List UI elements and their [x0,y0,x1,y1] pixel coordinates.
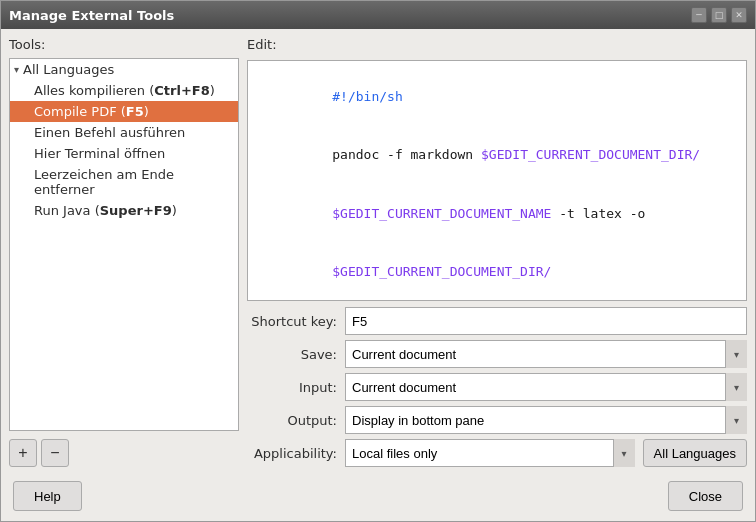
code-line-1: #!/bin/sh [254,67,740,126]
tools-list[interactable]: ▾ All Languages Alles kompilieren (Ctrl+… [9,58,239,431]
form-section: Shortcut key: Save: Current document Not… [247,307,747,467]
code-editor[interactable]: #!/bin/sh pandoc -f markdown $GEDIT_CURR… [247,60,747,301]
code-var3: $GEDIT_CURRENT_DOCUMENT_DIR/ [332,264,551,279]
all-languages-button[interactable]: All Languages [643,439,747,467]
output-select[interactable]: Display in bottom pane Nothing New docum… [345,406,747,434]
applicability-select[interactable]: Local files only All files Remote files … [345,439,635,467]
maximize-icon: □ [715,10,724,20]
minimize-icon: ─ [696,10,701,20]
code-line-4: $GEDIT_CURRENT_DOCUMENT_DIR/ [254,243,740,302]
code-var1: $GEDIT_CURRENT_DOCUMENT_DIR/ [481,147,700,162]
code-text-pandoc: pandoc -f markdown [332,147,481,162]
code-line-3: $GEDIT_CURRENT_DOCUMENT_NAME -t latex -o [254,184,740,243]
code-var2: $GEDIT_CURRENT_DOCUMENT_NAME [332,206,551,221]
output-label: Output: [247,413,337,428]
input-select[interactable]: Current document Nothing Selection [345,373,747,401]
list-item[interactable]: Leerzeichen am Ende entferner [10,164,238,200]
save-label: Save: [247,347,337,362]
tree-parent-all-languages[interactable]: ▾ All Languages [10,59,238,80]
shortcut-row: Shortcut key: [247,307,747,335]
input-select-wrapper: Current document Nothing Selection ▾ [345,373,747,401]
input-row: Input: Current document Nothing Selectio… [247,373,747,401]
shebang-text: #!/bin/sh [332,89,402,104]
minimize-button[interactable]: ─ [691,7,707,23]
list-toolbar: + − [9,439,239,467]
tools-label: Tools: [9,37,239,52]
list-item[interactable]: Run Java (Super+F9) [10,200,238,221]
tree-parent-label: All Languages [23,62,114,77]
titlebar-buttons: ─ □ ✕ [691,7,747,23]
list-item[interactable]: Einen Befehl ausführen [10,122,238,143]
shortcut-input[interactable] [345,307,747,335]
input-label: Input: [247,380,337,395]
list-item[interactable]: Alles kompilieren (Ctrl+F8) [10,80,238,101]
maximize-button[interactable]: □ [711,7,727,23]
left-panel: Tools: ▾ All Languages Alles kompilieren… [9,37,239,467]
code-text-latex: -t latex -o [551,206,653,221]
help-button[interactable]: Help [13,481,82,511]
add-tool-button[interactable]: + [9,439,37,467]
close-icon: ✕ [735,10,743,20]
save-select-wrapper: Current document Nothing All documents ▾ [345,340,747,368]
applicability-select-wrapper: Local files only All files Remote files … [345,439,635,467]
close-button[interactable]: ✕ [731,7,747,23]
titlebar: Manage External Tools ─ □ ✕ [1,1,755,29]
window-title: Manage External Tools [9,8,174,23]
edit-label: Edit: [247,37,747,52]
save-row: Save: Current document Nothing All docum… [247,340,747,368]
list-item[interactable]: Hier Terminal öffnen [10,143,238,164]
code-line-2: pandoc -f markdown $GEDIT_CURRENT_DOCUME… [254,126,740,185]
list-item-selected[interactable]: Compile PDF (F5) [10,101,238,122]
applicability-row: Applicability: Local files only All file… [247,439,747,467]
save-select[interactable]: Current document Nothing All documents [345,340,747,368]
tree-arrow-icon: ▾ [14,64,19,75]
footer: Help Close [1,475,755,521]
shortcut-label: Shortcut key: [247,314,337,329]
output-row: Output: Display in bottom pane Nothing N… [247,406,747,434]
right-panel: Edit: #!/bin/sh pandoc -f markdown $GEDI… [247,37,747,467]
applicability-label: Applicability: [247,446,337,461]
content: Tools: ▾ All Languages Alles kompilieren… [1,29,755,475]
output-select-wrapper: Display in bottom pane Nothing New docum… [345,406,747,434]
window: Manage External Tools ─ □ ✕ Tools: ▾ All… [0,0,756,522]
remove-tool-button[interactable]: − [41,439,69,467]
close-dialog-button[interactable]: Close [668,481,743,511]
